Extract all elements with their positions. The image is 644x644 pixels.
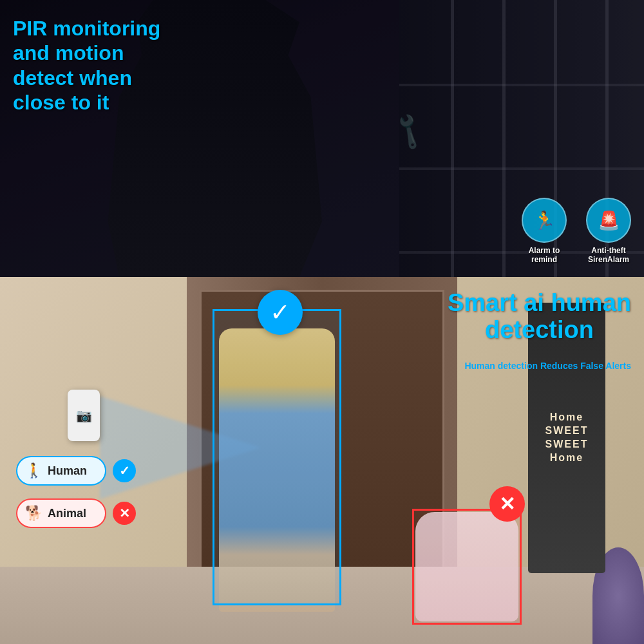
animal-cross-status: ✕ (113, 502, 136, 525)
heading-line1: PIR monitoring (13, 16, 160, 41)
human-label-text: Human (48, 464, 87, 478)
human-icon: 🚶 (25, 462, 43, 479)
camera-device: 📷 (68, 390, 100, 441)
anti-theft-item: 🚨 Anti-theft SirenAlarm (586, 198, 631, 264)
animal-icon: 🐕 (25, 505, 43, 522)
human-check-circle: ✓ (258, 290, 303, 335)
label-boxes-container: 🚶 Human ✓ 🐕 Animal ✕ (16, 456, 136, 528)
animal-detection-box (412, 509, 522, 625)
anti-theft-icon: 🚨 (586, 198, 631, 243)
human-detection-box (213, 309, 341, 605)
alarm-remind-label: Alarm to remind (529, 246, 560, 264)
smart-ai-line1: Smart ai human (448, 290, 631, 317)
heading-line4: close to it (13, 90, 160, 115)
human-label-pill: 🚶 Human (16, 456, 106, 486)
human-check-status: ✓ (113, 459, 136, 482)
animal-label-row: 🐕 Animal ✕ (16, 498, 136, 528)
animal-label-pill: 🐕 Animal (16, 498, 106, 528)
smart-ai-line2: detection (448, 317, 631, 344)
top-panel: 🔧 PIR monitoring and motion detect when … (0, 0, 644, 277)
heading-line2: and motion (13, 41, 160, 65)
pir-heading: PIR monitoring and motion detect when cl… (13, 16, 160, 115)
animal-x-circle: ✕ (489, 486, 525, 522)
human-detection-subtext: Human detection Reduces False Alerts (464, 361, 631, 371)
smart-ai-heading: Smart ai human detection (448, 290, 631, 344)
top-icons-row: 🏃 Alarm to remind 🚨 Anti-theft SirenAlar… (522, 198, 631, 264)
human-label-row: 🚶 Human ✓ (16, 456, 136, 486)
anti-theft-label: Anti-theft SirenAlarm (588, 246, 629, 264)
sign-text: HomeSWEETSWEETHome (545, 411, 589, 464)
alarm-remind-icon: 🏃 (522, 198, 567, 243)
heading-line3: detect when (13, 66, 160, 90)
bottom-panel: 📷 ✓ ✕ HomeSWEETSWEETHome Smart ai human … (0, 277, 644, 644)
alarm-remind-item: 🏃 Alarm to remind (522, 198, 567, 264)
main-container: 🔧 PIR monitoring and motion detect when … (0, 0, 644, 644)
animal-label-text: Animal (48, 507, 86, 520)
